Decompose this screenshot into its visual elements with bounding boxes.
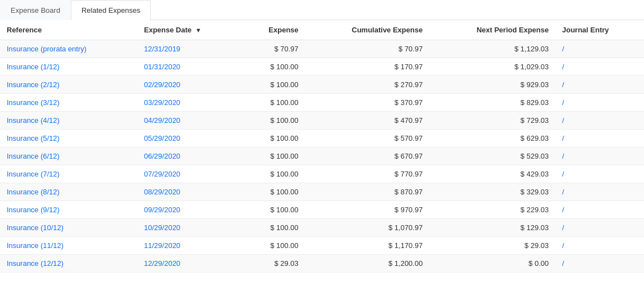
cell-journal-entry[interactable]: / [555,165,644,183]
tabs-container: Expense Board Related Expenses Reference… [0,0,644,273]
cell-reference[interactable]: Insurance (5/12) [0,130,137,147]
cell-cumulative-expense: $ 570.97 [305,130,430,147]
cell-cumulative-expense: $ 970.97 [305,201,430,219]
cell-expense: $ 100.00 [242,219,305,237]
cell-journal-entry[interactable]: / [555,255,644,273]
cell-journal-entry[interactable]: / [555,237,644,255]
cell-next-period-expense: $ 1,129.03 [429,40,555,58]
cell-expense-date[interactable]: 04/29/2020 [137,112,242,130]
cell-next-period-expense: $ 29.03 [429,237,555,255]
cell-expense-date[interactable]: 03/29/2020 [137,94,242,112]
cell-cumulative-expense: $ 1,200.00 [305,255,430,273]
table-row: Insurance (2/12)02/29/2020$ 100.00$ 270.… [0,76,644,94]
cell-expense-date[interactable]: 09/29/2020 [137,201,242,219]
cell-next-period-expense: $ 1,029.03 [429,58,555,76]
cell-reference[interactable]: Insurance (3/12) [0,94,137,112]
cell-expense: $ 100.00 [242,130,305,147]
cell-journal-entry[interactable]: / [555,219,644,237]
table-row: Insurance (5/12)05/29/2020$ 100.00$ 570.… [0,130,644,147]
table-row: Insurance (11/12)11/29/2020$ 100.00$ 1,1… [0,237,644,255]
tab-expense-board[interactable]: Expense Board [0,0,71,20]
table-row: Insurance (9/12)09/29/2020$ 100.00$ 970.… [0,201,644,219]
cell-expense-date[interactable]: 12/29/2020 [137,255,242,273]
cell-expense-date[interactable]: 12/31/2019 [137,40,242,58]
cell-reference[interactable]: Insurance (2/12) [0,76,137,94]
cell-expense: $ 100.00 [242,183,305,201]
cell-expense: $ 100.00 [242,165,305,183]
cell-next-period-expense: $ 0.00 [429,255,555,273]
cell-expense-date[interactable]: 01/31/2020 [137,58,242,76]
expenses-table: Reference Expense Date ▼ Expense Cumulat… [0,20,644,273]
cell-journal-entry[interactable]: / [555,58,644,76]
table-row: Insurance (4/12)04/29/2020$ 100.00$ 470.… [0,112,644,130]
cell-cumulative-expense: $ 270.97 [305,76,430,94]
cell-next-period-expense: $ 729.03 [429,112,555,130]
cell-cumulative-expense: $ 1,170.97 [305,237,430,255]
cell-expense: $ 100.00 [242,147,305,165]
cell-cumulative-expense: $ 870.97 [305,183,430,201]
cell-cumulative-expense: $ 370.97 [305,94,430,112]
col-header-journal-entry: Journal Entry [555,20,644,40]
cell-journal-entry[interactable]: / [555,183,644,201]
col-header-expense-date[interactable]: Expense Date ▼ [137,20,242,40]
cell-cumulative-expense: $ 170.97 [305,58,430,76]
cell-next-period-expense: $ 229.03 [429,201,555,219]
cell-expense-date[interactable]: 05/29/2020 [137,130,242,147]
table-row: Insurance (8/12)08/29/2020$ 100.00$ 870.… [0,183,644,201]
cell-expense-date[interactable]: 07/29/2020 [137,165,242,183]
cell-cumulative-expense: $ 670.97 [305,147,430,165]
table-row: Insurance (7/12)07/29/2020$ 100.00$ 770.… [0,165,644,183]
cell-next-period-expense: $ 429.03 [429,165,555,183]
col-header-reference: Reference [0,20,137,40]
cell-expense: $ 100.00 [242,237,305,255]
cell-expense-date[interactable]: 11/29/2020 [137,237,242,255]
cell-reference[interactable]: Insurance (8/12) [0,183,137,201]
cell-reference[interactable]: Insurance (4/12) [0,112,137,130]
cell-expense-date[interactable]: 08/29/2020 [137,183,242,201]
cell-next-period-expense: $ 129.03 [429,219,555,237]
col-header-cumulative-expense: Cumulative Expense [305,20,430,40]
cell-expense: $ 29.03 [242,255,305,273]
cell-reference[interactable]: Insurance (10/12) [0,219,137,237]
cell-expense-date[interactable]: 10/29/2020 [137,219,242,237]
cell-expense: $ 100.00 [242,201,305,219]
cell-expense: $ 100.00 [242,58,305,76]
table-header-row: Reference Expense Date ▼ Expense Cumulat… [0,20,644,40]
cell-reference[interactable]: Insurance (12/12) [0,255,137,273]
sort-arrow-icon: ▼ [195,27,201,34]
cell-expense: $ 70.97 [242,40,305,58]
cell-cumulative-expense: $ 470.97 [305,112,430,130]
table-row: Insurance (1/12)01/31/2020$ 100.00$ 170.… [0,58,644,76]
cell-expense: $ 100.00 [242,76,305,94]
cell-next-period-expense: $ 829.03 [429,94,555,112]
cell-journal-entry[interactable]: / [555,130,644,147]
tab-bar: Expense Board Related Expenses [0,0,644,20]
cell-expense-date[interactable]: 02/29/2020 [137,76,242,94]
cell-journal-entry[interactable]: / [555,76,644,94]
tab-related-expenses[interactable]: Related Expenses [71,0,151,20]
cell-journal-entry[interactable]: / [555,201,644,219]
cell-expense-date[interactable]: 06/29/2020 [137,147,242,165]
cell-reference[interactable]: Insurance (9/12) [0,201,137,219]
table-row: Insurance (10/12)10/29/2020$ 100.00$ 1,0… [0,219,644,237]
cell-next-period-expense: $ 629.03 [429,130,555,147]
cell-journal-entry[interactable]: / [555,94,644,112]
table-row: Insurance (6/12)06/29/2020$ 100.00$ 670.… [0,147,644,165]
cell-reference[interactable]: Insurance (1/12) [0,58,137,76]
cell-next-period-expense: $ 929.03 [429,76,555,94]
table-row: Insurance (prorata entry)12/31/2019$ 70.… [0,40,644,58]
cell-reference[interactable]: Insurance (6/12) [0,147,137,165]
col-header-expense: Expense [242,20,305,40]
cell-journal-entry[interactable]: / [555,112,644,130]
cell-next-period-expense: $ 329.03 [429,183,555,201]
cell-journal-entry[interactable]: / [555,147,644,165]
cell-journal-entry[interactable]: / [555,40,644,58]
cell-reference[interactable]: Insurance (11/12) [0,237,137,255]
cell-cumulative-expense: $ 1,070.97 [305,219,430,237]
cell-cumulative-expense: $ 770.97 [305,165,430,183]
cell-reference[interactable]: Insurance (7/12) [0,165,137,183]
cell-expense: $ 100.00 [242,94,305,112]
cell-expense: $ 100.00 [242,112,305,130]
cell-reference[interactable]: Insurance (prorata entry) [0,40,137,58]
table-row: Insurance (12/12)12/29/2020$ 29.03$ 1,20… [0,255,644,273]
